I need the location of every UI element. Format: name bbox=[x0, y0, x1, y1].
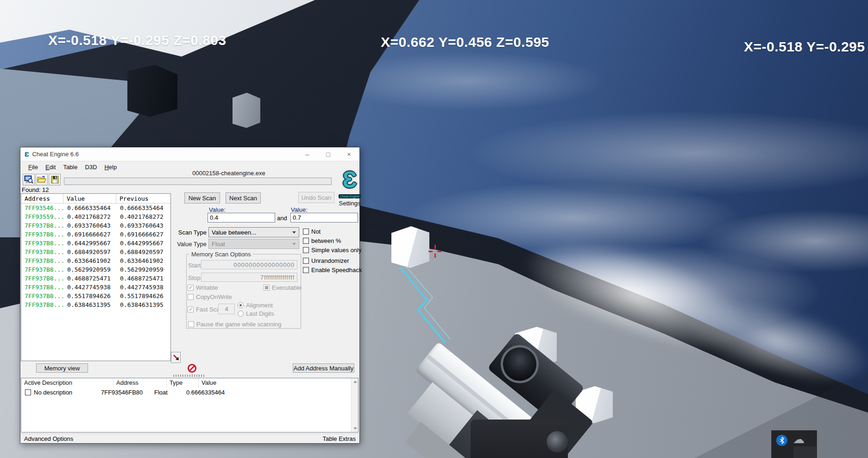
scan-result-row[interactable]: 7FF937B8...0.56299209590.5629920959 bbox=[21, 265, 170, 274]
executable-checkbox[interactable] bbox=[264, 285, 270, 291]
menu-table[interactable]: Table bbox=[59, 163, 81, 172]
not-checkbox[interactable] bbox=[303, 229, 309, 235]
address-list-table[interactable]: Active Description Address Type Value No… bbox=[21, 378, 359, 433]
scan-result-row[interactable]: 7FF93546...0.66663354640.6666335464 bbox=[21, 204, 170, 212]
splitter-handle[interactable] bbox=[173, 375, 206, 377]
enable-speedhack-checkbox[interactable] bbox=[303, 267, 309, 273]
scan-result-row[interactable]: 7FF937B8...0.44277459380.4427745938 bbox=[21, 283, 170, 292]
onedrive-cloud-icon[interactable]: ☁ bbox=[793, 433, 805, 446]
select-process-icon bbox=[24, 175, 33, 184]
writable-label: Writable bbox=[196, 284, 218, 291]
last-digits-radio[interactable] bbox=[238, 311, 244, 317]
screen: X=-0.518 Y=-0.295 Z=0.803 X=0.662 Y=0.45… bbox=[0, 0, 868, 458]
blue-tracer-streaks bbox=[394, 265, 463, 346]
and-label: and bbox=[277, 215, 287, 222]
column-type: Type bbox=[167, 378, 199, 388]
value-type-dropdown: Float bbox=[208, 239, 299, 249]
between-percent-checkbox[interactable] bbox=[303, 238, 309, 244]
enable-speedhack-label: Enable Speedhack bbox=[311, 267, 362, 274]
close-button[interactable]: × bbox=[339, 147, 359, 161]
address-list-header: Active Description Address Type Value bbox=[21, 378, 358, 388]
table-extras-link[interactable]: Table Extras bbox=[322, 435, 356, 442]
value-to-input[interactable] bbox=[290, 213, 358, 223]
advanced-options-link[interactable]: Advanced Options bbox=[24, 435, 73, 442]
row-description: No description bbox=[31, 389, 98, 396]
menu-edit[interactable]: Edit bbox=[42, 163, 59, 172]
red-arrow-icon bbox=[173, 354, 179, 361]
value-from-input[interactable] bbox=[208, 213, 275, 223]
pause-game-label: Pause the game while scanning bbox=[196, 321, 282, 328]
settings-button[interactable]: Ɛ Cheat Engine Settings bbox=[332, 168, 368, 207]
scan-result-row[interactable]: 7FF937B8...0.55178946260.5517894626 bbox=[21, 292, 170, 300]
executable-label: Executable bbox=[272, 284, 302, 291]
start-address-input[interactable] bbox=[201, 260, 297, 269]
not-label: Not bbox=[311, 228, 321, 235]
column-address: Address bbox=[21, 194, 63, 204]
scan-results-header: Address Value Previous bbox=[21, 194, 170, 204]
address-list-row[interactable]: No description 7FF93546FB80 Float 0.6666… bbox=[21, 388, 358, 397]
scan-result-row[interactable]: 7FF937B8...0.69337606430.6933760643 bbox=[21, 221, 170, 230]
memory-view-button[interactable]: Memory view bbox=[36, 363, 88, 373]
column-value: Value bbox=[63, 194, 116, 204]
next-scan-button[interactable]: Next Scan bbox=[226, 192, 261, 204]
scan-result-row[interactable]: 7FF937B8...0.46887254710.4688725471 bbox=[21, 274, 170, 283]
active-checkbox[interactable] bbox=[25, 389, 31, 395]
fast-scan-alignment-input[interactable] bbox=[218, 304, 235, 314]
maximize-button[interactable]: □ bbox=[318, 147, 339, 161]
open-table-button[interactable] bbox=[36, 174, 48, 185]
pause-game-checkbox[interactable] bbox=[188, 321, 194, 327]
simple-values-checkbox[interactable] bbox=[303, 247, 309, 253]
scan-result-row[interactable]: 7FF937B8...0.68849205970.6884920597 bbox=[21, 248, 170, 256]
scan-results-list[interactable]: Address Value Previous 7FF93546...0.6666… bbox=[21, 193, 171, 361]
scan-type-dropdown[interactable]: Value between... bbox=[208, 227, 299, 237]
column-address: Address bbox=[113, 378, 167, 388]
bluetooth-icon[interactable] bbox=[776, 435, 787, 446]
gray-cube bbox=[233, 93, 260, 128]
logo-caption: Cheat Engine bbox=[339, 194, 361, 198]
memory-scan-options-title: Memory Scan Options bbox=[189, 251, 253, 258]
unrandomizer-label: Unrandomizer bbox=[311, 257, 349, 264]
add-address-manually-button[interactable]: Add Address Manually bbox=[293, 363, 354, 373]
alignment-radio[interactable] bbox=[238, 302, 244, 308]
vertical-scrollbar[interactable] bbox=[351, 378, 358, 432]
value-label-left: Value: bbox=[209, 206, 226, 213]
dark-cube bbox=[127, 65, 177, 117]
scan-result-row[interactable]: 7FF937B8...0.64429956670.6442995667 bbox=[21, 239, 170, 248]
column-active: Active bbox=[21, 378, 39, 388]
row-type: Float bbox=[151, 389, 183, 396]
coords-overlay-right: X=-0.518 Y=-0.295 bbox=[744, 39, 865, 55]
new-scan-button[interactable]: New Scan bbox=[184, 192, 220, 204]
between-percent-label: between % bbox=[311, 237, 341, 244]
scan-result-row[interactable]: 7FF937B8...0.69166666270.6916666627 bbox=[21, 230, 170, 239]
menu-help[interactable]: Help bbox=[101, 163, 120, 172]
fast-scan-checkbox[interactable] bbox=[188, 306, 194, 312]
cancel-scan-icon[interactable] bbox=[188, 364, 196, 373]
unrandomizer-checkbox[interactable] bbox=[303, 258, 309, 264]
add-selected-addresses-button[interactable] bbox=[171, 352, 181, 363]
writable-checkbox[interactable] bbox=[188, 285, 194, 291]
chevron-down-icon bbox=[292, 243, 296, 245]
scroll-up-icon[interactable] bbox=[353, 381, 357, 383]
title-bar[interactable]: Ɛ Cheat Engine 6.6 – □ × bbox=[20, 147, 359, 161]
copyonwrite-checkbox[interactable] bbox=[188, 294, 194, 300]
column-description: Description bbox=[39, 378, 113, 388]
cheat-engine-logo-icon: Ɛ bbox=[332, 168, 368, 192]
copyonwrite-label: CopyOnWrite bbox=[196, 293, 232, 300]
value-type-label: Value Type bbox=[172, 241, 207, 248]
scroll-down-icon[interactable] bbox=[353, 427, 357, 430]
column-previous: Previous bbox=[116, 194, 170, 204]
select-process-button[interactable] bbox=[23, 174, 35, 185]
scan-result-row[interactable]: 7FF937B8...0.63364619020.6336461902 bbox=[21, 256, 170, 265]
tray-sub-panel bbox=[793, 446, 817, 458]
stop-address-input[interactable] bbox=[201, 273, 297, 282]
minimize-button[interactable]: – bbox=[297, 147, 318, 161]
menu-file[interactable]: File bbox=[25, 163, 42, 172]
menu-d3d[interactable]: D3D bbox=[81, 163, 101, 172]
save-table-button[interactable] bbox=[49, 174, 61, 185]
scan-result-row[interactable]: 7FF937B8...0.63846313950.6384631395 bbox=[21, 300, 170, 309]
value-type-value: Float bbox=[212, 241, 225, 248]
save-icon bbox=[51, 176, 59, 184]
chevron-down-icon bbox=[292, 231, 296, 234]
open-folder-icon bbox=[37, 176, 46, 184]
scan-result-row[interactable]: 7FF93559...0.40217682720.4021768272 bbox=[21, 212, 170, 221]
